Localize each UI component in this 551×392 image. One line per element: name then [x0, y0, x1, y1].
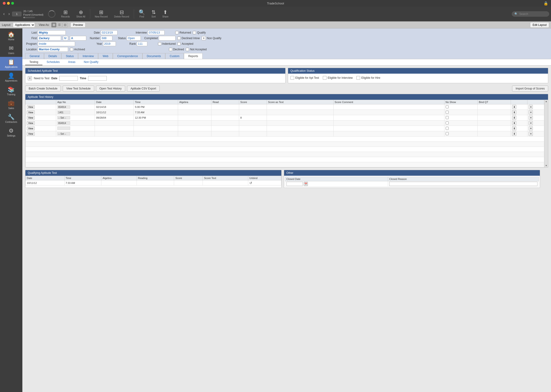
- tab-details[interactable]: Details: [44, 53, 62, 59]
- archived-checkbox[interactable]: [70, 48, 73, 51]
- sidebar-item-apprentices[interactable]: 👤 Apprentices: [0, 71, 22, 84]
- row3-x-btn[interactable]: ✕: [529, 116, 533, 120]
- preview-button[interactable]: Preview: [70, 22, 85, 28]
- row1-no-show-check[interactable]: [446, 105, 449, 108]
- row4-x-btn[interactable]: ✕: [529, 121, 533, 125]
- eligible-interview-checkbox[interactable]: [323, 76, 327, 80]
- sidebar-item-sales[interactable]: 💼 Sales: [0, 98, 22, 112]
- row5-view-btn[interactable]: View: [27, 126, 35, 130]
- tab-custom[interactable]: Custom: [165, 53, 184, 59]
- status-input[interactable]: [127, 36, 141, 41]
- sidebar-item-training[interactable]: 📚 Training: [0, 84, 22, 98]
- tab-interview[interactable]: Interview: [78, 53, 98, 59]
- row5-no-show-check[interactable]: [446, 127, 449, 130]
- rank-input[interactable]: [137, 42, 147, 46]
- row6-x-btn[interactable]: ✕: [529, 132, 533, 136]
- sidebar-item-users[interactable]: ✉ Users: [0, 43, 22, 57]
- close-button[interactable]: [3, 2, 6, 5]
- maximize-button[interactable]: [11, 2, 14, 5]
- accepted-checkbox[interactable]: [177, 42, 181, 45]
- scheduled-date-input[interactable]: [59, 76, 78, 81]
- layout-select[interactable]: Applications: [13, 22, 35, 28]
- batch-create-button[interactable]: Batch Create Schedule: [25, 85, 61, 91]
- row3-view-btn[interactable]: View: [27, 116, 35, 119]
- edit-layout-button[interactable]: Edit Layout: [530, 22, 549, 28]
- row2-view-btn[interactable]: View: [27, 111, 35, 114]
- row1-down-btn[interactable]: ⬇: [512, 105, 516, 109]
- row1-x-btn[interactable]: ✕: [529, 105, 533, 109]
- tab2-testing[interactable]: Testing: [25, 59, 42, 65]
- tab-status[interactable]: Status: [61, 53, 78, 59]
- row3-down-btn[interactable]: ⬇: [512, 116, 516, 120]
- tab-general[interactable]: General: [25, 53, 44, 59]
- forward-button[interactable]: ›: [7, 11, 11, 17]
- calendar-icon[interactable]: 📅: [304, 182, 308, 186]
- indentured-checkbox[interactable]: [158, 42, 161, 45]
- qualify-checkbox[interactable]: [193, 31, 196, 34]
- interview-input[interactable]: [148, 30, 165, 35]
- scroll-down-arrow[interactable]: ▼: [545, 165, 548, 167]
- closed-date-input[interactable]: [286, 182, 303, 186]
- aptitude-csv-button[interactable]: Aptitude CSV Export: [127, 85, 160, 91]
- search-input[interactable]: [519, 12, 547, 16]
- sidebar-item-applications[interactable]: 📋 Applications: [0, 57, 22, 71]
- row4-view-btn[interactable]: View: [27, 121, 35, 125]
- completed-input[interactable]: [159, 36, 175, 41]
- show-all-button[interactable]: ⊕ Show All: [73, 10, 88, 18]
- delete-record-button[interactable]: ⊟ Delete Record: [112, 10, 132, 18]
- import-scores-button[interactable]: Import Group of Scores: [512, 85, 548, 91]
- row1-view-btn[interactable]: View: [27, 105, 35, 109]
- row6-no-show-check[interactable]: [446, 132, 449, 135]
- row2-no-show-check[interactable]: [446, 111, 449, 114]
- row5-x-btn[interactable]: ✕: [529, 126, 533, 131]
- scroll-up-arrow[interactable]: ▲: [545, 100, 548, 103]
- not-accepted-checkbox[interactable]: [186, 48, 189, 51]
- open-history-button[interactable]: Open Test History: [96, 85, 125, 91]
- tab-correspondence[interactable]: Correspondence: [113, 53, 142, 59]
- new-record-button[interactable]: ⊞ New Record: [92, 10, 111, 18]
- row2-down-btn[interactable]: ⬇: [512, 110, 516, 114]
- view-test-button[interactable]: View Test Schedule: [63, 85, 94, 91]
- minimize-button[interactable]: [7, 2, 10, 5]
- declined-checkbox[interactable]: [169, 48, 172, 51]
- find-button[interactable]: 🔍 Find: [136, 10, 148, 18]
- tab-web[interactable]: Web: [98, 53, 112, 59]
- row5-down-btn[interactable]: ⬇: [512, 126, 516, 131]
- row6-view-btn[interactable]: View: [27, 132, 35, 136]
- sort-button[interactable]: ⇅ Sort: [149, 10, 159, 18]
- tab-reports[interactable]: Reports: [184, 53, 202, 59]
- view-form-button[interactable]: ⊞: [51, 22, 56, 28]
- year-input[interactable]: [103, 42, 116, 46]
- tab2-schedules[interactable]: Schedules: [42, 59, 64, 65]
- tab-documents[interactable]: Documents: [142, 53, 166, 59]
- closed-reason-input[interactable]: [389, 182, 537, 186]
- row4-no-show-check[interactable]: [446, 121, 449, 125]
- share-button[interactable]: ⬆ Share: [160, 10, 171, 18]
- scheduled-time-input[interactable]: [88, 76, 107, 81]
- number-input[interactable]: [101, 36, 112, 41]
- sidebar-item-contractors[interactable]: 🔧 Contractors: [0, 112, 22, 126]
- view-list-button[interactable]: ☰: [57, 22, 62, 28]
- records-button[interactable]: ⊞ Records: [58, 10, 72, 18]
- sidebar-item-settings[interactable]: ⚙ Settings: [0, 126, 22, 139]
- date-input[interactable]: [101, 30, 118, 35]
- sidebar-item-home[interactable]: 🏠 Home: [0, 29, 22, 43]
- eligible-hire-checkbox[interactable]: [356, 76, 360, 80]
- middle-initial-input[interactable]: [63, 36, 68, 41]
- returned-checkbox[interactable]: [175, 31, 179, 34]
- row2-x-btn[interactable]: ✕: [529, 110, 533, 114]
- unbind-icon[interactable]: ↺: [249, 181, 252, 185]
- need-to-test-x[interactable]: X: [28, 76, 32, 80]
- first-name-input[interactable]: [38, 36, 61, 41]
- row4-down-btn[interactable]: ⬇: [512, 121, 516, 125]
- suffix-input[interactable]: [70, 36, 86, 41]
- record-number-input[interactable]: [12, 12, 21, 16]
- last-name-input[interactable]: [38, 30, 66, 35]
- tab2-non-qualify[interactable]: Non Qualify: [79, 59, 103, 65]
- location-input[interactable]: [38, 47, 68, 52]
- eligible-apt-checkbox[interactable]: [290, 76, 294, 80]
- view-table-button[interactable]: ⊟: [63, 22, 68, 28]
- row3-no-show-check[interactable]: [446, 116, 449, 119]
- row6-down-btn[interactable]: ⬇: [512, 132, 516, 136]
- table-scrollbar[interactable]: ▲ ▼: [544, 100, 548, 167]
